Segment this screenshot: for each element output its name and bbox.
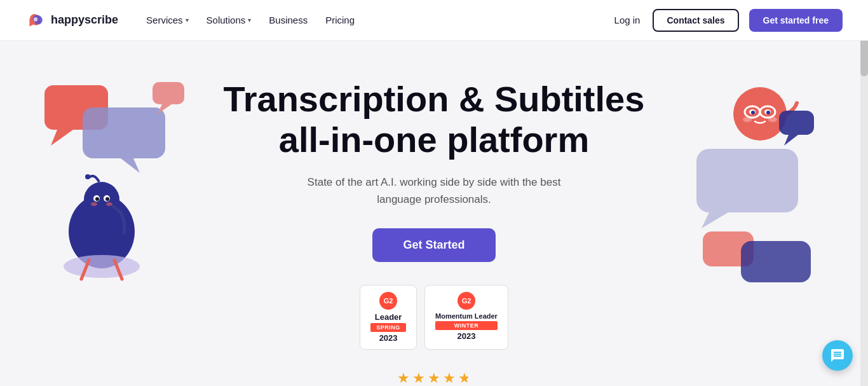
badge-stripe-2: WINTER [435, 321, 498, 330]
svg-marker-6 [158, 104, 172, 114]
hero-section: Transcription & Subtitles all-in-one pla… [0, 41, 868, 386]
svg-marker-2 [51, 130, 73, 146]
chat-icon [830, 348, 845, 363]
svg-rect-5 [153, 82, 184, 104]
scrollbar[interactable] [860, 0, 868, 386]
contact-sales-button[interactable]: Contact sales [653, 9, 738, 32]
left-decoration [38, 79, 184, 285]
chevron-down-icon: ▾ [186, 17, 189, 24]
badge-year-2: 2023 [458, 331, 476, 341]
svg-marker-30 [784, 135, 798, 146]
svg-rect-29 [779, 111, 814, 135]
svg-rect-27 [696, 149, 798, 212]
svg-point-23 [751, 111, 755, 114]
svg-point-19 [760, 106, 775, 118]
logo-icon [25, 10, 46, 31]
svg-point-13 [91, 202, 97, 206]
svg-point-0 [34, 17, 37, 21]
star-3: ★ [428, 370, 440, 386]
svg-point-12 [105, 197, 109, 201]
nav-solutions[interactable]: Solutions ▾ [199, 10, 259, 31]
get-started-hero-button[interactable]: Get Started [372, 228, 495, 262]
svg-point-22 [764, 109, 771, 114]
login-button[interactable]: Log in [612, 10, 643, 31]
hero-subtitle: State of the art A.I. working side by si… [294, 174, 574, 208]
badge-title-2: Momentum Leader [435, 312, 498, 320]
svg-point-8 [84, 182, 119, 217]
svg-point-25 [743, 117, 752, 122]
badge-momentum: G2 Momentum Leader WINTER 2023 [424, 285, 508, 350]
nav-business[interactable]: Business [261, 10, 315, 31]
nav-pricing[interactable]: Pricing [318, 10, 362, 31]
svg-point-18 [745, 106, 760, 118]
star-5: ★ [458, 370, 471, 386]
star-4: ★ [443, 370, 456, 386]
logo-link[interactable]: happyscribe [25, 10, 118, 31]
svg-point-24 [766, 111, 770, 114]
nav-links: Services ▾ Solutions ▾ Business Pricing [139, 10, 612, 31]
svg-rect-31 [703, 231, 754, 266]
svg-point-7 [69, 195, 135, 268]
star-2: ★ [412, 370, 425, 386]
right-decoration [684, 79, 830, 285]
brand-name: happyscribe [51, 13, 118, 27]
svg-point-21 [749, 109, 756, 114]
chevron-down-icon: ▾ [248, 17, 251, 24]
badges-container: G2 Leader SPRING 2023 G2 Momentum Leader… [360, 285, 508, 350]
svg-point-9 [93, 195, 100, 202]
svg-point-17 [733, 87, 787, 141]
svg-point-16 [64, 255, 140, 278]
g2-logo-2: G2 [458, 292, 475, 310]
g2-logo-1: G2 [379, 292, 397, 310]
svg-point-26 [768, 117, 777, 122]
badge-leader: G2 Leader SPRING 2023 [360, 285, 417, 350]
badge-stripe-1: SPRING [370, 323, 406, 332]
star-1: ★ [397, 370, 410, 386]
chat-button[interactable] [822, 340, 853, 371]
svg-marker-28 [702, 212, 728, 228]
get-started-nav-button[interactable]: Get started free [749, 9, 843, 32]
svg-marker-4 [121, 158, 140, 173]
svg-point-15 [85, 174, 90, 179]
svg-rect-32 [741, 241, 811, 282]
svg-rect-3 [83, 107, 165, 158]
badge-year-1: 2023 [379, 333, 398, 343]
svg-point-11 [95, 197, 99, 201]
svg-rect-1 [44, 85, 108, 130]
nav-services[interactable]: Services ▾ [139, 10, 196, 31]
navbar: happyscribe Services ▾ Solutions ▾ Busin… [0, 0, 868, 41]
nav-actions: Log in Contact sales Get started free [612, 9, 843, 32]
star-rating: ★ ★ ★ ★ ★ [397, 370, 471, 386]
badge-title-1: Leader [375, 312, 402, 322]
svg-point-14 [106, 202, 112, 206]
hero-title: Transcription & Subtitles all-in-one pla… [212, 79, 656, 161]
svg-point-10 [104, 195, 110, 202]
